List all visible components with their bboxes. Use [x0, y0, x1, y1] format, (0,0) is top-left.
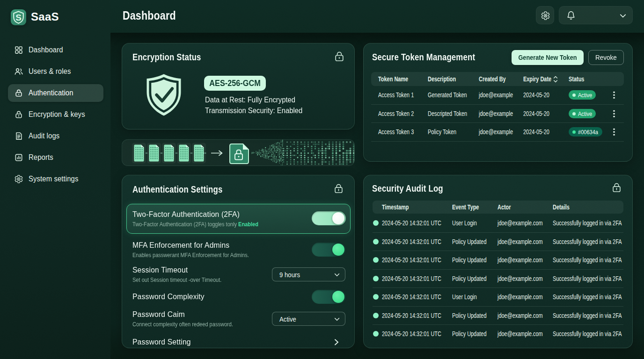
svg-text:S: S [15, 13, 22, 22]
